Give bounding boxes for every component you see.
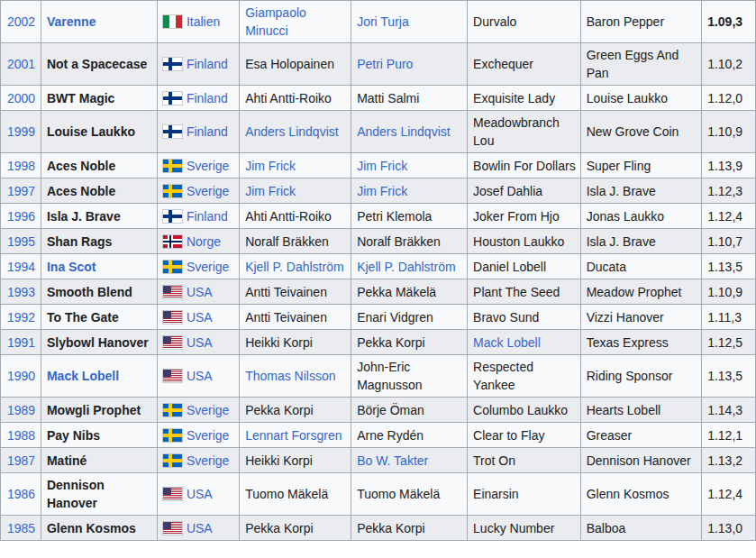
country-link[interactable]: USA — [187, 521, 213, 535]
trainer-name: Noralf Bräkken — [245, 234, 329, 249]
trainer-name: Pekka Korpi — [245, 403, 313, 417]
trainer-name: Tuomo Mäkelä — [245, 487, 328, 501]
year-link[interactable]: 1988 — [7, 428, 35, 443]
year-link[interactable]: 1986 — [7, 487, 35, 501]
table-body: 2002 Varenne Italien Giampaolo Minucci J… — [1, 1, 756, 541]
trainer-name[interactable]: Thomas Nilsson — [245, 369, 335, 383]
driver-name[interactable]: Kjell P. Dahlström — [357, 260, 455, 274]
finish-time: 1.13,5 — [707, 369, 742, 383]
table-row: 1998 Aces Noble Sverige Jim Frick Jim Fr… — [1, 153, 756, 178]
second-place-horse: Exchequer — [473, 57, 533, 71]
horse-name: Glenn Kosmos — [47, 521, 136, 535]
horse-name[interactable]: Mack Lobell — [47, 369, 119, 383]
country-link[interactable]: Sverige — [187, 184, 229, 198]
second-place-horse: Columbo Laukko — [473, 403, 568, 417]
third-place-horse: Riding Sponsor — [587, 369, 673, 383]
second-place-horse: Bravo Sund — [473, 310, 539, 325]
table-row: 1993 Smooth Blend USA Antti Teivainen Pe… — [1, 279, 756, 305]
flag-finland-icon[interactable] — [163, 125, 182, 138]
flag-usa-icon[interactable] — [163, 522, 182, 535]
flag-sweden-icon[interactable] — [163, 185, 182, 197]
country-link[interactable]: USA — [187, 335, 213, 350]
horse-name: Dennison Hanover — [47, 478, 105, 510]
table-row: 1992 To The Gate USA Antti Teivainen Ena… — [1, 305, 756, 330]
country-link[interactable]: USA — [187, 285, 213, 299]
flag-sweden-icon[interactable] — [163, 454, 182, 467]
year-link[interactable]: 1991 — [7, 335, 35, 350]
driver-name[interactable]: Jim Frick — [357, 159, 407, 173]
flag-usa-icon[interactable] — [163, 488, 182, 500]
country-link[interactable]: Italien — [187, 14, 220, 29]
trainer-name: Antti Teivainen — [245, 285, 327, 299]
horse-name[interactable]: Ina Scot — [47, 260, 96, 274]
finish-time: 1.12,3 — [707, 184, 742, 198]
trainer-name[interactable]: Lennart Forsgren — [245, 428, 342, 443]
second-place-horse: Josef Dahlia — [473, 184, 542, 198]
year-link[interactable]: 2001 — [7, 57, 35, 71]
country-link[interactable]: Sverige — [187, 260, 229, 274]
table-row: 1989 Mowgli Prophet Sverige Pekka Korpi … — [1, 398, 756, 423]
country-link[interactable]: Finland — [187, 91, 228, 105]
year-link[interactable]: 1987 — [7, 453, 35, 468]
trainer-name[interactable]: Giampaolo Minucci — [245, 5, 306, 38]
year-link[interactable]: 1999 — [7, 124, 35, 139]
finish-time: 1.13,9 — [707, 159, 742, 173]
year-link[interactable]: 1995 — [7, 234, 35, 249]
table-row: 1985 Glenn Kosmos USA Pekka Korpi Pekka … — [1, 516, 756, 541]
driver-name[interactable]: Jori Turja — [357, 14, 409, 29]
year-link[interactable]: 1989 — [7, 403, 35, 417]
country-link[interactable]: Finland — [187, 209, 228, 224]
trainer-name[interactable]: Jim Frick — [245, 184, 296, 198]
flag-usa-icon[interactable] — [163, 286, 182, 298]
flag-usa-icon[interactable] — [163, 336, 182, 349]
trainer-name[interactable]: Kjell P. Dahlström — [245, 260, 343, 274]
flag-norway-icon[interactable] — [163, 235, 182, 248]
country-link[interactable]: USA — [187, 310, 213, 325]
year-link[interactable]: 2002 — [7, 14, 35, 29]
third-place-horse: Green Eggs And Pan — [587, 48, 679, 80]
horse-name: BWT Magic — [47, 91, 114, 105]
flag-sweden-icon[interactable] — [163, 160, 182, 172]
trainer-name[interactable]: Anders Lindqvist — [245, 124, 339, 139]
driver-name[interactable]: Anders Lindqvist — [357, 124, 451, 139]
year-link[interactable]: 2000 — [7, 91, 35, 105]
year-link[interactable]: 1990 — [7, 369, 35, 383]
second-place-horse: Clear to Flay — [473, 428, 544, 443]
flag-usa-icon[interactable] — [163, 311, 182, 324]
year-link[interactable]: 1998 — [7, 159, 35, 173]
country-link[interactable]: Finland — [187, 57, 228, 71]
flag-finland-icon[interactable] — [163, 92, 182, 105]
year-link[interactable]: 1992 — [7, 310, 35, 325]
driver-name[interactable]: Bo W. Takter — [357, 453, 428, 468]
country-link[interactable]: Sverige — [187, 428, 229, 443]
country-link[interactable]: Norge — [187, 234, 221, 249]
horse-name[interactable]: Varenne — [47, 14, 96, 29]
third-place-horse: Greaser — [587, 428, 633, 443]
country-link[interactable]: Sverige — [187, 453, 229, 468]
country-link[interactable]: USA — [187, 369, 213, 383]
trainer-name[interactable]: Jim Frick — [245, 159, 296, 173]
country-link[interactable]: Finland — [187, 124, 228, 139]
horse-name: Aces Noble — [47, 159, 115, 173]
year-link[interactable]: 1997 — [7, 184, 35, 198]
country-link[interactable]: USA — [187, 487, 213, 501]
third-place-horse: Super Fling — [587, 159, 651, 173]
finish-time: 1.14,3 — [707, 403, 742, 417]
flag-sweden-icon[interactable] — [163, 404, 182, 416]
driver-name[interactable]: Petri Puro — [357, 57, 413, 71]
driver-name[interactable]: Jim Frick — [357, 184, 407, 198]
year-link[interactable]: 1993 — [7, 285, 35, 299]
country-link[interactable]: Sverige — [187, 159, 229, 173]
flag-sweden-icon[interactable] — [163, 429, 182, 442]
flag-finland-icon[interactable] — [163, 58, 182, 70]
year-link[interactable]: 1994 — [7, 260, 35, 274]
flag-usa-icon[interactable] — [163, 370, 182, 382]
flag-italy-icon[interactable] — [163, 15, 182, 28]
year-link[interactable]: 1985 — [7, 521, 35, 535]
year-link[interactable]: 1996 — [7, 209, 35, 224]
third-place-horse: Baron Pepper — [587, 14, 664, 29]
country-link[interactable]: Sverige — [187, 403, 229, 417]
flag-sweden-icon[interactable] — [163, 261, 182, 273]
flag-finland-icon[interactable] — [163, 210, 182, 223]
second-place-horse[interactable]: Mack Lobell — [473, 335, 541, 350]
